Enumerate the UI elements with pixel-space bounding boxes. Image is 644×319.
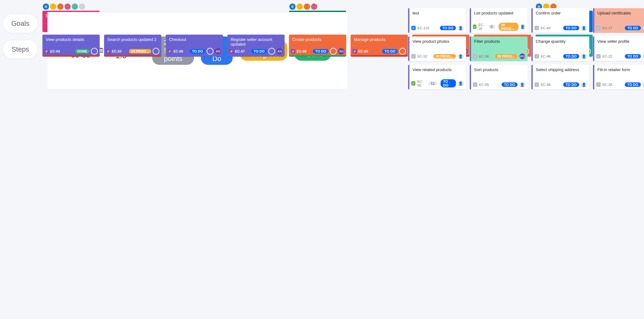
ring-icon — [91, 48, 98, 55]
status-pill: TO DO — [625, 54, 641, 59]
status-pill: TO DO — [251, 49, 267, 53]
story-id: EC-28 — [602, 83, 612, 87]
avatar-icon: ⚙ — [289, 3, 296, 10]
story-title: Filter products — [474, 39, 525, 44]
avatar-cluster: ⚙ — [289, 3, 346, 10]
status-pill: TO DO — [502, 82, 518, 87]
avatar-icon — [64, 3, 71, 10]
status-pill: TO DO — [563, 82, 579, 87]
step-id: ⚡EC-63 — [106, 49, 121, 53]
story-id: EC-55 — [479, 83, 489, 87]
story-id: EC-46 — [541, 54, 551, 58]
story-title: View related products — [413, 67, 463, 72]
status-pill: TO DO — [625, 82, 641, 87]
step-title: Manage products — [354, 37, 405, 42]
story-card[interactable]: Change quantity ✓ EC-46 TO DO 👤 — [531, 36, 589, 61]
story-title: test — [413, 11, 463, 15]
status-pill: IN PROG... — [433, 54, 456, 59]
avatar-icon: ⚙ — [42, 3, 49, 10]
story-card[interactable]: List products updated ✓ EC-20 5 IN PROG.… — [470, 8, 528, 33]
avatar-icon — [57, 3, 64, 10]
avatar-icon — [71, 3, 78, 10]
issue-type-icon: ✓ — [411, 26, 416, 30]
story-title: Upload certificates — [597, 11, 644, 15]
status-pill: TO DO — [440, 26, 456, 30]
issue-type-icon: ✓ — [473, 54, 477, 59]
ring-icon — [399, 48, 406, 55]
avatar-icon — [50, 3, 57, 10]
assignee-chip: 👤 — [581, 25, 587, 31]
story-title: Sort products — [474, 67, 525, 72]
story-card[interactable]: View product photos ✓ EC-52 IN PROG... 👤 — [408, 36, 466, 61]
story-card[interactable]: View seller profile ✓ EC-22 TO DO 👤 — [593, 36, 644, 61]
story-title: Confirm order — [536, 11, 586, 15]
status-pill: TO DO — [625, 26, 641, 30]
story-card[interactable]: Upload certificates ✓ EC-27 TO DO 👤 — [593, 8, 644, 33]
ring-icon — [153, 48, 159, 55]
step-card[interactable]: View products details ⚡EC-64 DONE — [42, 35, 100, 57]
ring-icon — [207, 48, 214, 55]
step-card[interactable]: Search products updated 2 ⚡EC-63 IN PROG… — [104, 35, 161, 57]
step-id: ⚡EC-66 — [168, 49, 183, 53]
story-id: EC-27 — [602, 26, 612, 30]
story-card[interactable]: Sort products ✓ EC-55 TO DO 👤 — [470, 65, 528, 89]
assignee-chip: 👤 — [581, 53, 587, 59]
status-pill: TO DO — [563, 54, 579, 59]
issue-type-icon: ✓ — [473, 82, 477, 87]
goals-button[interactable]: Goals — [3, 14, 37, 33]
step-card[interactable]: Create products ⚡EC-68 TO DO AN — [289, 35, 346, 57]
issue-type-icon: ✓ — [596, 82, 601, 87]
story-id: EC-22 — [602, 54, 612, 58]
story-id: EC-20 — [478, 23, 486, 31]
steps-button[interactable]: Steps — [3, 40, 37, 59]
status-pill: TO DO — [313, 49, 329, 53]
ring-icon — [330, 48, 337, 55]
assignee-chip: 👤 — [520, 24, 525, 30]
assignee-chip: AN — [519, 53, 525, 59]
step-id: ⚡EC-69 — [353, 49, 368, 53]
ring-icon — [268, 48, 275, 55]
step-title: Search products updated 2 — [107, 37, 158, 42]
step-card[interactable]: Register seller account updated ⚡EC-67 T… — [227, 35, 285, 57]
step-title: Register seller account updated — [230, 37, 281, 47]
issue-type-icon: ✓ — [535, 54, 539, 59]
avatar-cluster: ⚙ — [42, 3, 100, 10]
issue-type-icon: ✓ — [535, 26, 539, 30]
story-title: List products updated — [474, 11, 525, 15]
step-title: Checkout — [169, 37, 220, 42]
story-title: Change quantity — [536, 39, 586, 44]
story-card[interactable]: View related products ✓ EC-50 11 TO DO 👤 — [408, 65, 466, 89]
story-title: Fill-in retailer form — [597, 67, 644, 72]
status-pill: TO DO — [563, 26, 579, 30]
story-card[interactable]: Filter products ✓ EC-56 IN PROG... AN — [470, 36, 528, 61]
story-card[interactable]: test ✓ EC-115 TO DO 👤 — [408, 8, 466, 33]
step-title: Create products — [292, 37, 343, 42]
assignee-chip: 👤 — [643, 53, 644, 59]
story-points: 11 — [429, 81, 437, 85]
assignee-chip: 👤 — [458, 25, 464, 31]
issue-type-icon: ✓ — [596, 54, 601, 59]
assignee-chip: AN — [215, 48, 221, 54]
story-card[interactable]: Select shipping address ✓ EC-44 TO DO 👤 — [531, 65, 589, 89]
story-card[interactable]: Confirm order ✓ EC-43 TO DO 👤 — [531, 8, 589, 33]
story-title: View seller profile — [597, 39, 644, 44]
assignee-chip: 👤 — [519, 82, 525, 87]
assignee-chip: 👤 — [581, 82, 587, 87]
step-id: ⚡EC-68 — [291, 49, 306, 53]
status-pill: TO DO — [382, 49, 398, 53]
status-pill: IN PROG... — [499, 23, 519, 31]
assignee-chip: 👤 — [458, 81, 463, 86]
story-title: View product photos — [413, 39, 463, 44]
story-card[interactable]: Fill-in retailer form ✓ EC-28 TO DO 👤 — [593, 65, 644, 89]
story-id: EC-43 — [541, 26, 551, 30]
story-id: EC-115 — [418, 26, 429, 30]
avatar-icon — [79, 3, 86, 10]
assignee-chip: AN — [338, 48, 344, 54]
issue-type-icon: ✓ — [535, 82, 539, 87]
step-card[interactable]: Manage products ⚡EC-69 TO DO — [351, 35, 408, 57]
assignee-chip: AN — [276, 48, 283, 54]
step-id: ⚡EC-64 — [44, 49, 60, 53]
step-card[interactable]: Checkout ⚡EC-66 TO DO AN — [166, 35, 223, 57]
assignee-chip: 👤 — [458, 53, 464, 59]
story-id: EC-52 — [418, 54, 427, 58]
